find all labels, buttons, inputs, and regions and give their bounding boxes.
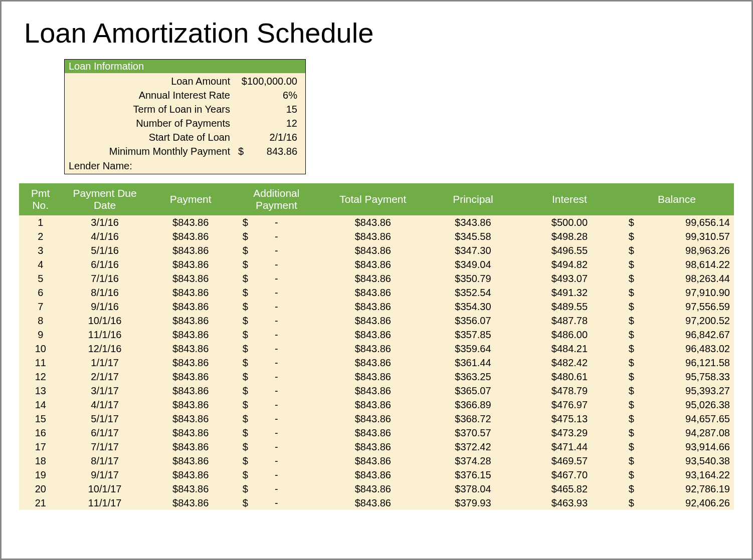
table-cell: $843.86 [319,384,427,398]
table-cell: 5 [19,271,62,286]
table-cell: $843.86 [319,454,427,468]
table-cell: $489.55 [519,300,620,314]
table-cell: $365.07 [427,384,519,398]
schedule-header-cell: Balance [620,183,734,215]
table-cell: 4 [19,257,62,271]
table-cell: 10 [19,342,62,356]
table-cell: $376.15 [427,468,519,482]
table-cell: 21 [19,496,62,510]
table-cell: $- [234,300,319,314]
table-cell: $843.86 [148,496,234,510]
table-cell: $843.86 [148,328,234,342]
loan-info-label: Start Date of Loan [70,130,235,144]
table-cell: $379.93 [427,496,519,510]
table-cell: $484.21 [519,342,620,356]
table-cell: $843.86 [319,356,427,370]
table-cell: $- [234,314,319,328]
table-cell: $843.86 [319,426,427,440]
table-row: 24/1/16$843.86$-$843.86$345.58$498.28$99… [19,229,734,243]
loan-info-label: Minimum Monthly Payment [70,144,235,158]
table-row: 144/1/17$843.86$-$843.86$366.89$476.97$9… [19,398,734,412]
table-cell: $494.82 [519,257,620,271]
table-cell: $843.86 [319,440,427,454]
table-cell: $843.86 [319,482,427,496]
loan-info-value: 12 [235,116,300,130]
table-cell: $463.93 [519,496,620,510]
table-row: 810/1/16$843.86$-$843.86$356.07$487.78$9… [19,314,734,328]
table-cell: $843.86 [319,328,427,342]
table-cell: $843.86 [148,440,234,454]
table-cell: $843.86 [319,257,427,271]
table-cell: 7/1/16 [62,271,148,286]
table-cell: 16 [19,426,62,440]
table-row: 911/1/16$843.86$-$843.86$357.85$486.00$9… [19,328,734,342]
table-cell: $378.04 [427,482,519,496]
table-cell: $359.64 [427,342,519,356]
table-cell: $96,483.02 [620,342,734,356]
table-cell: $349.04 [427,257,519,271]
table-cell: 20 [19,482,62,496]
table-cell: $93,914.66 [620,440,734,454]
table-row: 46/1/16$843.86$-$843.86$349.04$494.82$98… [19,257,734,271]
table-row: 188/1/17$843.86$-$843.86$374.28$469.57$9… [19,454,734,468]
table-cell: $99,310.57 [620,229,734,243]
table-cell: $350.79 [427,271,519,286]
loan-info-value: 2/1/16 [235,130,300,144]
table-row: 111/1/17$843.86$-$843.86$361.44$482.42$9… [19,356,734,370]
schedule-header-cell: Total Payment [319,183,427,215]
schedule-wrapper: Pmt No.Payment Due DatePaymentAdditional… [19,183,734,510]
table-cell: $- [234,342,319,356]
table-cell: 19 [19,468,62,482]
table-cell: $- [234,398,319,412]
table-cell: $- [234,384,319,398]
table-cell: $482.42 [519,356,620,370]
table-cell: $- [234,286,319,300]
table-cell: 3/1/16 [62,215,148,229]
table-cell: 3 [19,243,62,257]
table-cell: $357.85 [427,328,519,342]
table-row: 2010/1/17$843.86$-$843.86$378.04$465.82$… [19,482,734,496]
table-cell: $92,786.19 [620,482,734,496]
table-cell: $471.44 [519,440,620,454]
table-cell: $469.57 [519,454,620,468]
table-cell: $465.82 [519,482,620,496]
table-cell: $372.42 [427,440,519,454]
table-cell: $94,287.08 [620,426,734,440]
table-cell: $- [234,215,319,229]
loan-info-header: Loan Information [65,60,305,73]
table-cell: $467.70 [519,468,620,482]
document-page: Loan Amortization Schedule Loan Informat… [0,0,753,560]
table-row: 2111/1/17$843.86$-$843.86$379.93$463.93$… [19,496,734,510]
table-cell: $843.86 [319,370,427,384]
table-cell: 8/1/17 [62,454,148,468]
loan-info-row: Loan Amount$100,000.00 [65,74,305,88]
table-cell: 10/1/17 [62,482,148,496]
table-row: 155/1/17$843.86$-$843.86$368.72$475.13$9… [19,412,734,426]
table-cell: $843.86 [148,468,234,482]
table-row: 68/1/16$843.86$-$843.86$352.54$491.32$97… [19,286,734,300]
table-cell: $- [234,468,319,482]
table-cell: $843.86 [148,314,234,328]
table-cell: $843.86 [319,286,427,300]
table-cell: $843.86 [148,370,234,384]
loan-info-value: $100,000.00 [235,74,300,88]
table-cell: $843.86 [319,398,427,412]
loan-info-body: Loan Amount$100,000.00Annual Interest Ra… [65,73,305,158]
table-cell: 2/1/17 [62,370,148,384]
table-cell: 8/1/16 [62,286,148,300]
table-cell: $498.28 [519,229,620,243]
table-cell: $- [234,356,319,370]
table-cell: $843.86 [148,300,234,314]
table-cell: $99,656.14 [620,215,734,229]
table-cell: $843.86 [148,286,234,300]
table-cell: 11/1/16 [62,328,148,342]
table-cell: $480.61 [519,370,620,384]
table-cell: $343.86 [427,215,519,229]
schedule-header-cell: Payment Due Date [62,183,148,215]
page-title: Loan Amortization Schedule [24,17,734,49]
table-cell: $93,164.22 [620,468,734,482]
table-cell: $843.86 [319,271,427,286]
table-cell: $478.79 [519,384,620,398]
table-cell: $843.86 [148,271,234,286]
table-cell: $843.86 [319,229,427,243]
